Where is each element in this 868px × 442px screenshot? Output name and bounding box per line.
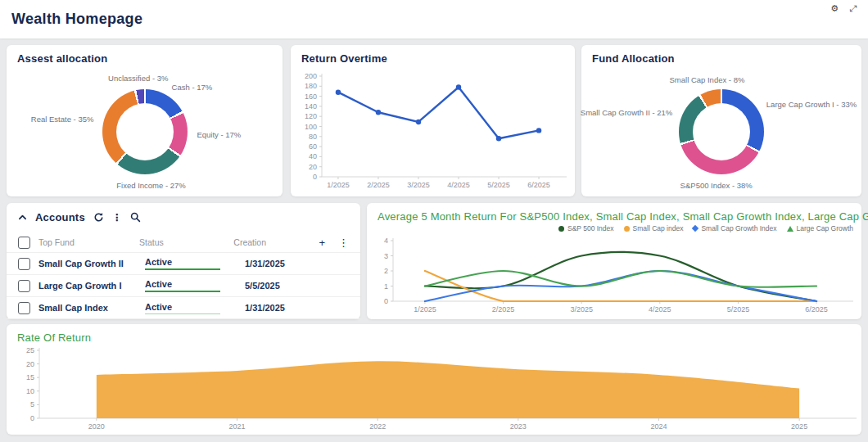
- accounts-panel-header: Accounts ⋮: [18, 211, 141, 223]
- asset-allocation-title: Assest allocation: [17, 52, 107, 65]
- return-overtime-line-chart[interactable]: 0204060801001201401601802001/20252/20253…: [297, 68, 568, 193]
- fund-name-cell: Small Cap Index: [38, 303, 145, 313]
- fund-allocation-donut-chart[interactable]: Large Cap Growth I - 33%S&P500 Index - 3…: [581, 66, 861, 196]
- status-cell: Active: [145, 279, 245, 292]
- average-return-title: Average 5 Month Return For S&P500 Index,…: [377, 210, 868, 223]
- rate-of-return-card: Rate Of Return 0510152025202020212022202…: [7, 324, 861, 435]
- svg-text:2024: 2024: [650, 422, 667, 431]
- svg-text:4/2025: 4/2025: [649, 305, 671, 313]
- donut-segment-label: S&P500 Index - 38%: [680, 181, 753, 190]
- fund-allocation-title: Fund Allocation: [592, 52, 675, 65]
- donut-ring[interactable]: [102, 89, 188, 174]
- donut-hole: [116, 103, 174, 160]
- top-bar: Wealth Homepage ⚙ ⤢: [0, 0, 868, 38]
- table-row[interactable]: Small Cap IndexActive1/31/2025: [7, 297, 360, 319]
- asset-allocation-donut-chart[interactable]: Cash - 17%Equity - 17%Fixed Income - 27%…: [7, 66, 283, 196]
- column-header-top-fund: Top Fund: [38, 237, 139, 247]
- fund-name-cell: Small Cap Growth II: [38, 259, 145, 268]
- svg-text:2/2025: 2/2025: [367, 181, 390, 189]
- page-title: Wealth Homepage: [11, 11, 142, 28]
- creation-date-cell: 1/31/2025: [245, 259, 335, 268]
- status-underline: [145, 291, 220, 292]
- svg-text:2022: 2022: [369, 422, 386, 431]
- status-underline: [145, 268, 220, 270]
- svg-text:80: 80: [309, 133, 317, 141]
- average-return-line-chart[interactable]: 012341/20252/20253/20254/20255/20256/202…: [373, 236, 855, 316]
- svg-text:3: 3: [384, 252, 388, 260]
- svg-text:1/2025: 1/2025: [414, 305, 436, 313]
- svg-text:5/2025: 5/2025: [487, 181, 510, 189]
- svg-text:20: 20: [26, 360, 34, 368]
- legend-item[interactable]: Small Cap Growth Index: [693, 224, 776, 232]
- row-checkbox[interactable]: [18, 302, 30, 314]
- donut-segment-label: Equity - 17%: [197, 130, 241, 139]
- rate-of-return-area-chart[interactable]: 0510152025202020212022202320242025: [10, 345, 858, 433]
- svg-text:2021: 2021: [229, 422, 246, 431]
- svg-text:100: 100: [305, 123, 317, 131]
- svg-text:5: 5: [30, 400, 34, 408]
- legend-item[interactable]: S&P 500 Index: [558, 224, 614, 232]
- accounts-table: Top Fund Status Creation + ⋮ Small Cap G…: [7, 232, 360, 319]
- accounts-table-header-row: Top Fund Status Creation + ⋮: [7, 232, 360, 253]
- legend-item[interactable]: Small Cap index: [624, 224, 684, 232]
- accounts-table-body: Small Cap Growth IIActive1/31/2025Large …: [7, 253, 360, 319]
- accounts-panel: Accounts ⋮ Top Fund Status Creation + ⋮ …: [7, 203, 360, 319]
- svg-text:2020: 2020: [88, 422, 105, 431]
- status-value: Active: [145, 279, 172, 289]
- table-row[interactable]: Large Cap Growth IActive5/5/2025: [7, 275, 360, 297]
- refresh-icon[interactable]: [93, 212, 104, 223]
- asset-allocation-card: Assest allocation Cash - 17%Equity - 17%…: [7, 45, 283, 196]
- accounts-kebab-icon[interactable]: ⋮: [112, 212, 122, 223]
- table-kebab-icon[interactable]: ⋮: [338, 237, 349, 249]
- row-checkbox[interactable]: [18, 258, 30, 270]
- svg-text:200: 200: [305, 72, 317, 80]
- svg-text:1/2025: 1/2025: [327, 181, 350, 189]
- creation-date-cell: 1/31/2025: [245, 303, 335, 313]
- creation-date-cell: 5/5/2025: [245, 281, 335, 291]
- donut-segment-label: Small Cap Index - 8%: [670, 74, 745, 83]
- status-value: Active: [145, 302, 172, 312]
- table-row[interactable]: Small Cap Growth IIActive1/31/2025: [7, 253, 360, 275]
- return-overtime-title: Return Overtime: [301, 52, 387, 65]
- svg-text:15: 15: [26, 373, 34, 381]
- svg-text:6/2025: 6/2025: [527, 181, 550, 189]
- donut-segment-label: Small Cap Growth II - 21%: [581, 108, 672, 117]
- donut-segment-label: Cash - 17%: [172, 82, 213, 91]
- status-underline: [145, 313, 220, 314]
- svg-text:6/2025: 6/2025: [805, 305, 828, 313]
- svg-text:160: 160: [305, 92, 317, 101]
- status-value: Active: [145, 257, 172, 267]
- svg-text:3/2025: 3/2025: [407, 181, 430, 189]
- row-checkbox[interactable]: [18, 280, 30, 292]
- chart-legend: S&P 500 IndexSmall Cap indexSmall Cap Gr…: [558, 224, 853, 232]
- legend-label: Large Cap Growth: [797, 224, 853, 232]
- svg-text:4: 4: [384, 237, 388, 245]
- status-cell: Active: [145, 257, 245, 270]
- legend-label: Small Cap Growth Index: [701, 224, 776, 232]
- svg-text:40: 40: [309, 152, 317, 160]
- svg-text:1: 1: [384, 282, 388, 291]
- add-row-icon[interactable]: +: [319, 237, 325, 249]
- gear-icon[interactable]: ⚙: [830, 2, 839, 15]
- return-overtime-card: Return Overtime 020406080100120140160180…: [291, 45, 575, 196]
- svg-text:2025: 2025: [791, 422, 807, 431]
- search-icon[interactable]: [130, 212, 141, 223]
- svg-text:4/2025: 4/2025: [447, 181, 470, 189]
- legend-label: S&P 500 Index: [567, 224, 614, 232]
- select-all-checkbox[interactable]: [18, 237, 30, 249]
- circle-marker-icon: [558, 226, 564, 232]
- legend-item[interactable]: Large Cap Growth: [787, 224, 853, 232]
- expand-icon[interactable]: ⤢: [849, 2, 857, 15]
- svg-text:2023: 2023: [510, 422, 527, 431]
- donut-ring[interactable]: [679, 89, 764, 174]
- donut-segment-label: Fixed Income - 27%: [116, 181, 185, 190]
- svg-text:3/2025: 3/2025: [570, 305, 593, 313]
- fund-allocation-card: Fund Allocation Large Cap Growth I - 33%…: [581, 45, 861, 196]
- svg-text:10: 10: [26, 387, 34, 395]
- svg-text:25: 25: [26, 346, 34, 354]
- chevron-up-icon[interactable]: [18, 213, 27, 222]
- svg-text:5/2025: 5/2025: [727, 305, 750, 313]
- legend-label: Small Cap index: [633, 224, 684, 232]
- svg-text:0: 0: [313, 173, 317, 181]
- status-cell: Active: [145, 302, 245, 314]
